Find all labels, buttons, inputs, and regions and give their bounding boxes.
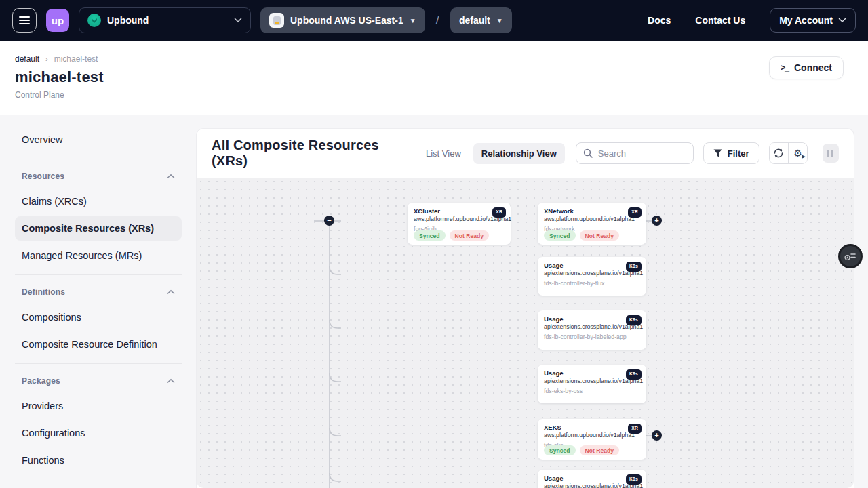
kind-badge: K8s <box>626 474 642 485</box>
divider <box>15 363 182 364</box>
section-title: Resources <box>22 171 64 181</box>
org-selector-dropdown[interactable]: Upbound <box>79 7 251 33</box>
upbound-logo[interactable]: up <box>46 9 69 32</box>
chevron-up-icon <box>167 289 175 295</box>
chevron-right-icon: › <box>45 55 48 63</box>
pause-button[interactable] <box>823 144 839 163</box>
control-plane-selector-dropdown[interactable]: Upbound AWS US-East-1 ▼ <box>260 7 425 33</box>
breadcrumb-parent[interactable]: default <box>15 54 39 64</box>
divider <box>15 274 182 275</box>
run-resources-button[interactable]: ⚙▶ <box>788 143 807 163</box>
search-input[interactable] <box>598 148 686 159</box>
page-header: default › michael-test michael-test Cont… <box>0 41 868 115</box>
page-title: michael-test <box>15 68 844 86</box>
docs-link[interactable]: Docs <box>648 15 671 26</box>
group-selector-label: default <box>459 15 490 26</box>
ready-status-badge: Not Ready <box>450 230 490 241</box>
graph-legend-button[interactable] <box>838 244 863 268</box>
tab-relationship-view[interactable]: Relationship View <box>473 143 565 164</box>
kind-badge: XR <box>628 424 642 434</box>
control-plane-selector-label: Upbound AWS US-East-1 <box>290 15 403 26</box>
sidebar-item-composite-resources[interactable]: Composite Resources (XRs) <box>15 216 182 241</box>
sidebar-item-compositions[interactable]: Compositions <box>15 305 182 329</box>
chevron-up-icon <box>167 174 175 179</box>
search-icon <box>583 148 593 158</box>
node-instance-name: fds-lb-controller-by-labeled-app <box>544 333 640 340</box>
kind-badge: K8s <box>626 315 642 325</box>
filter-button-label: Filter <box>728 148 749 159</box>
resource-node-usage-bottom[interactable]: K8s Usage apiextensions.crossplane.io/v1… <box>538 470 646 488</box>
chevron-down-icon <box>234 18 242 23</box>
view-toggle: List View Relationship View <box>418 143 565 164</box>
legend-icon <box>844 251 856 261</box>
sidebar-item-managed-resources[interactable]: Managed Resources (MRs) <box>15 243 182 268</box>
sidebar-item-overview[interactable]: Overview <box>15 127 182 152</box>
sidebar-item-configurations[interactable]: Configurations <box>15 421 182 445</box>
caret-down-icon: ▼ <box>410 17 416 24</box>
resource-node-xcluster[interactable]: XR XCluster aws.platformref.upbound.io/v… <box>408 203 511 245</box>
resource-node-xeks[interactable]: XR XEKS aws.platform.upbound.io/v1alpha1… <box>538 419 646 460</box>
kind-badge: XR <box>628 207 642 218</box>
sidebar-section-packages[interactable]: Packages <box>15 371 182 391</box>
sidebar: Overview Resources Claims (XRCs) Composi… <box>0 115 197 475</box>
sidebar-item-claims[interactable]: Claims (XRCs) <box>15 189 182 214</box>
search-box <box>576 142 694 164</box>
node-instance-name: fds-lb-controller-by-flux <box>544 280 640 287</box>
node-api-version: aws.platform.upbound.io/v1alpha1 <box>544 432 640 439</box>
graph-edges <box>197 178 854 488</box>
filter-button[interactable]: Filter <box>703 142 760 164</box>
sidebar-item-xrd[interactable]: Composite Resource Definition <box>15 332 182 357</box>
connect-button-label: Connect <box>794 62 832 73</box>
breadcrumb-slash: / <box>436 13 439 28</box>
resource-node-usage-labeled-app[interactable]: K8s Usage apiextensions.crossplane.io/v1… <box>538 310 646 350</box>
page-subtitle: Control Plane <box>15 90 844 100</box>
chevron-down-icon <box>838 18 846 23</box>
sidebar-section-definitions[interactable]: Definitions <box>15 282 182 302</box>
node-title: XEKS <box>544 424 640 432</box>
kind-badge: K8s <box>626 369 642 380</box>
resource-node-xnetwork[interactable]: XR XNetwork aws.platform.upbound.io/v1al… <box>538 203 646 245</box>
my-account-dropdown[interactable]: My Account <box>770 8 856 33</box>
expand-node-button[interactable]: + <box>652 430 662 441</box>
hamburger-menu-icon[interactable] <box>12 8 37 33</box>
refresh-icon <box>773 148 784 159</box>
pause-icon <box>827 150 829 157</box>
contact-us-link[interactable]: Contact Us <box>695 15 745 26</box>
refresh-button[interactable] <box>770 143 789 163</box>
resource-node-usage-flux[interactable]: K8s Usage apiextensions.crossplane.io/v1… <box>538 257 646 296</box>
divider <box>15 159 182 159</box>
toolbar: All Composite Resources (XRs) List View … <box>197 129 854 178</box>
org-selector-label: Upbound <box>107 15 228 26</box>
synced-status-badge: Synced <box>414 230 446 241</box>
node-instance-name: fds-eks-by-oss <box>544 388 640 394</box>
node-api-version: apiextensions.crossplane.io/v1alpha1 <box>544 270 640 277</box>
relationship-graph-canvas[interactable]: XR XCluster aws.platformref.upbound.io/v… <box>197 178 854 488</box>
gears-play-icon: ⚙▶ <box>793 148 802 159</box>
collapse-node-button[interactable]: − <box>324 216 334 226</box>
group-selector-dropdown[interactable]: default ▼ <box>450 7 512 33</box>
expand-node-button[interactable]: + <box>652 216 662 226</box>
sidebar-item-functions[interactable]: Functions <box>15 448 182 472</box>
tab-list-view[interactable]: List View <box>418 143 469 164</box>
node-api-version: apiextensions.crossplane.io/v1alpha1 <box>544 483 640 488</box>
top-navbar: up Upbound Upbound AWS US-East-1 ▼ / def… <box>0 0 868 41</box>
graph-action-group: ⚙▶ <box>769 142 808 164</box>
section-title: Definitions <box>22 287 65 297</box>
sidebar-section-resources[interactable]: Resources <box>15 166 182 186</box>
connect-button[interactable]: >_ Connect <box>769 56 844 79</box>
main-panel: All Composite Resources (XRs) List View … <box>197 129 854 488</box>
resource-node-usage-eks-oss[interactable]: K8s Usage apiextensions.crossplane.io/v1… <box>538 365 646 403</box>
panel-heading: All Composite Resources (XRs) <box>212 138 391 169</box>
synced-status-badge: Synced <box>544 230 576 241</box>
org-avatar-icon <box>87 14 101 27</box>
node-api-version: apiextensions.crossplane.io/v1alpha1 <box>544 378 640 385</box>
ready-status-badge: Not Ready <box>580 445 620 455</box>
node-title: XNetwork <box>544 207 640 216</box>
breadcrumb: default › michael-test <box>15 54 844 64</box>
node-api-version: aws.platform.upbound.io/v1alpha1 <box>544 216 640 223</box>
kind-badge: XR <box>492 207 506 218</box>
my-account-label: My Account <box>779 15 833 26</box>
node-title: XCluster <box>414 207 505 216</box>
control-plane-icon <box>269 13 284 28</box>
sidebar-item-providers[interactable]: Providers <box>15 394 182 418</box>
